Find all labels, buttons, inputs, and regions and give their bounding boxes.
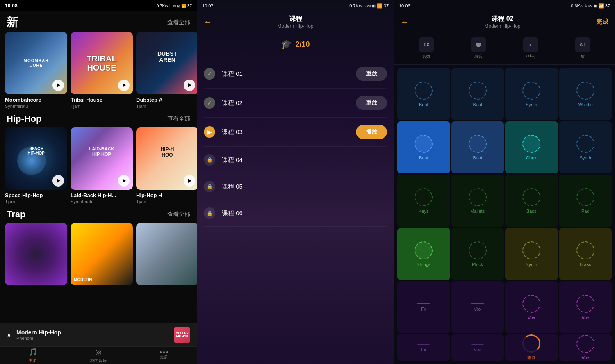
courses-header: ← 课程 Modern Hip-Hop <box>197 11 394 32</box>
pad-circle-6 <box>469 135 487 153</box>
pad-vox-2[interactable]: Vox <box>505 281 558 333</box>
mymusic-icon: ◎ <box>95 348 102 357</box>
pad-choir[interactable]: Choir <box>505 121 558 173</box>
moombahcore-label: MOOMBAHCORE <box>24 59 49 68</box>
play-space[interactable] <box>52 175 64 187</box>
pad-beat-active[interactable]: Beat <box>397 121 450 173</box>
card-tribal[interactable]: TRIBALHOUSE Tribal House Tjam <box>71 32 133 109</box>
course-status-1: ✓ <box>204 68 215 80</box>
fx-item-text[interactable]: A↑ 后 <box>556 36 608 61</box>
pad-bass[interactable]: Bass <box>505 175 558 227</box>
time-2: 10:07 <box>202 3 214 8</box>
view-all-new[interactable]: 查看全部 <box>167 19 190 26</box>
course-name-6: 课程 06 <box>222 209 387 217</box>
fx-item-record[interactable]: ⏺ 录音 <box>453 36 505 61</box>
thumb-trap2: MODERN <box>71 223 133 285</box>
pad-beat-2[interactable]: Beat <box>451 68 504 120</box>
pad-vox-3[interactable]: Vox <box>559 281 612 333</box>
pad-label-22: Vox <box>474 347 481 352</box>
beatpad-back-btn[interactable]: ← <box>401 17 409 27</box>
course-btn-3[interactable]: 播放 <box>356 125 387 139</box>
pad-beat-1[interactable]: Beat <box>397 68 450 120</box>
pad-pluck[interactable]: Pluck <box>451 228 504 280</box>
card-laidback[interactable]: LAID-BACKHIP-HOP Laid-Back Hip-H... Synt… <box>71 127 133 204</box>
player-artist: Phenom <box>16 336 169 341</box>
card-trap3[interactable] <box>136 223 197 288</box>
bottom-player[interactable]: ∧ Modern Hip-Hop Phenom MODERNHIP-HOP 🎵 … <box>0 323 197 364</box>
home-icon: 🎵 <box>28 348 37 357</box>
view-all-trap[interactable]: 查看全部 <box>167 211 190 218</box>
player-expand-icon[interactable]: ∧ <box>7 331 11 339</box>
pad-synth-1[interactable]: Synth <box>505 68 558 120</box>
pad-mallets[interactable]: Mallets <box>451 175 504 227</box>
pad-fx-2[interactable]: Fx <box>397 334 450 361</box>
card-name-tribal: Tribal House <box>71 97 133 103</box>
pad-fx-1[interactable]: Fx <box>397 281 450 333</box>
pad-synth-3[interactable]: Synth <box>505 228 558 280</box>
courses-back-btn[interactable]: ← <box>204 17 212 27</box>
play-dubstep[interactable] <box>184 80 195 91</box>
pad-circle-15 <box>522 241 540 259</box>
pad-label-14: Pluck <box>472 262 483 267</box>
beatpad-header: ← 课程 02 Modern Hip-Hop 完成 <box>394 11 615 32</box>
panel-courses: 10:07 ...0.7K/s ♭ ✉ ⊠ 📶 37 ← 课程 Modern H… <box>197 0 394 364</box>
card-name-moombahcore: Moombahcore <box>5 97 67 103</box>
pad-whistle[interactable]: Whistle <box>559 68 612 120</box>
pad-vox-4[interactable]: Vox <box>451 334 504 361</box>
thumb-space: SPACEHIP-HOP <box>5 127 67 190</box>
pad-pad[interactable]: Pad <box>559 175 612 227</box>
panel-library: 10:08 ...0.7K/s ♭ ✉ ⊠ 📶 37 新 查看全部 MOOMBA… <box>0 0 197 364</box>
fx-item-add[interactable]: ▪ إضافة <box>505 36 557 61</box>
view-all-hiphop[interactable]: 查看全部 <box>167 115 190 123</box>
done-button[interactable]: 完成 <box>596 18 608 26</box>
card-hiphoph[interactable]: HIP-HHOO Hip-Hop H Tjam <box>136 127 197 204</box>
pad-vox-1[interactable]: Vox <box>451 281 504 333</box>
pad-circle-20 <box>576 295 594 313</box>
card-trap2[interactable]: MODERN <box>71 223 133 288</box>
pad-label-21: Fx <box>421 347 426 352</box>
pad-label-4: Whistle <box>578 102 593 107</box>
thumb-hiphoph: HIP-HHOO <box>136 127 197 190</box>
time-3: 10:06 <box>399 3 410 8</box>
player-song: Modern Hip-Hop <box>16 329 169 336</box>
nav-mymusic[interactable]: ◎ 我的音乐 <box>66 347 131 364</box>
course-btn-1[interactable]: 重放 <box>356 67 387 81</box>
pad-strings[interactable]: Strings <box>397 228 450 280</box>
nav-home[interactable]: 🎵 主页 <box>0 347 66 364</box>
thumb-laidback: LAID-BACKHIP-HOP <box>71 127 133 190</box>
more-icon <box>159 351 169 353</box>
hiphop-section-header: Hip-Hop 查看全部 <box>0 109 197 127</box>
fx-item-effects[interactable]: FX 音效 <box>401 36 453 61</box>
card-trap1[interactable] <box>5 223 67 288</box>
card-dubstep[interactable]: DUBSTAREN Dubstep A Tjam <box>136 32 197 109</box>
pad-beat-3[interactable]: Beat <box>451 121 504 173</box>
course-item-5: 🔒 课程 05 <box>204 173 387 200</box>
trap-cards-row: MODERN <box>0 223 197 288</box>
pad-synth-2[interactable]: Synth <box>559 121 612 173</box>
card-space[interactable]: SPACEHIP-HOP Space Hip-Hop Tjam <box>5 127 67 204</box>
nav-more[interactable]: 更多 <box>131 347 197 364</box>
course-item-1[interactable]: ✓ 课程 01 重放 <box>204 59 387 89</box>
pad-vox-5[interactable]: Vox <box>559 334 612 361</box>
pad-label-10: Mallets <box>470 209 485 214</box>
pad-loading[interactable]: 等待 <box>505 334 558 361</box>
play-moombahcore[interactable] <box>52 80 64 91</box>
course-item-6: 🔒 课程 06 <box>204 200 387 227</box>
fx-label-text: 后 <box>581 54 585 59</box>
pad-brass[interactable]: Brass <box>559 228 612 280</box>
card-moombahcore[interactable]: MOOMBAHCORE Moombahcore Synthferatu <box>5 32 67 109</box>
add-icon: ▪ <box>523 37 538 52</box>
pad-circle-4 <box>576 82 594 100</box>
play-hiphoph[interactable] <box>184 175 195 187</box>
pad-keys[interactable]: Keys <box>397 175 450 227</box>
course-btn-2[interactable]: 重放 <box>356 96 387 110</box>
course-item-3[interactable]: ▶ 课程 03 播放 <box>204 118 387 147</box>
pad-label-11: Bass <box>526 209 536 214</box>
play-tribal[interactable] <box>118 80 130 91</box>
course-item-2[interactable]: ✓ 课程 02 重放 <box>204 89 387 118</box>
trap-title: Trap <box>7 209 25 220</box>
play-laidback[interactable] <box>118 175 130 187</box>
laidback-label: LAID-BACKHIP-HOP <box>89 146 114 157</box>
course-status-3: ▶ <box>204 126 215 138</box>
card-author-tribal: Tjam <box>71 104 133 109</box>
